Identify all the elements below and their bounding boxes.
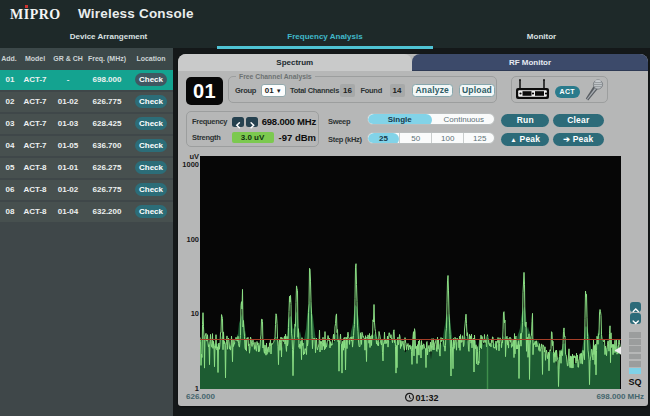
svg-text:01:32: 01:32	[416, 392, 439, 402]
